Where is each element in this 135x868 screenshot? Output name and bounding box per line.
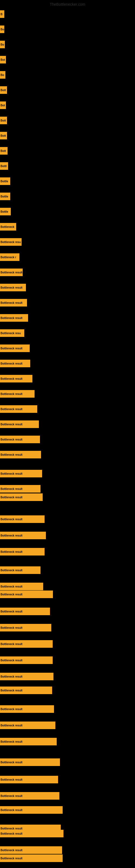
bar-row: Bottleneck result: [0, 470, 42, 477]
bar-label: Bot: [1, 104, 5, 107]
bar-label: Bo: [1, 43, 4, 46]
bar-label: Bottleneck result: [1, 689, 22, 692]
bar-row: Bottle: [0, 208, 11, 215]
bar-label: Bottleneck result: [1, 585, 22, 588]
bar-label: Bottleneck: [1, 225, 14, 228]
bar-row: Bottle: [0, 193, 10, 200]
bar-row: Bottleneck result: [0, 269, 23, 276]
bar-label: Bottleneck result: [1, 286, 22, 289]
bar-label: Bottleneck result: [1, 643, 22, 646]
bar-row: Bottleneck result: [0, 758, 60, 766]
bar-row: Bottleneck result: [0, 590, 53, 598]
bar-label: Bottleneck result: [1, 849, 22, 852]
bar-row: Bottleneck result: [0, 640, 53, 648]
bar-label: Bottleneck r: [1, 256, 16, 259]
bar-label: Bottle: [1, 195, 8, 198]
bar-label: Bottleneck result: [1, 347, 22, 350]
bar-row: Bottleneck result: [0, 344, 30, 352]
bar-row: Bottleneck result: [0, 516, 45, 523]
bar-label: Bottleneck result: [1, 795, 22, 798]
bar-row: Bot: [0, 56, 6, 63]
bar-row: Bottleneck resu: [0, 238, 21, 246]
bar-label: Bottleneck result: [1, 518, 22, 521]
bar-label: Bottleneck result: [1, 393, 22, 396]
bar-label: Bottleneck result: [1, 827, 22, 830]
bar-label: Bottleneck result: [1, 761, 22, 764]
bar-row: Bottleneck r: [0, 253, 19, 261]
bar-row: Bottleneck result: [0, 673, 53, 680]
bar-row: Bottleneck result: [0, 776, 58, 783]
bar-label: Bottleneck result: [1, 724, 22, 727]
bar-row: Bottleneck result: [0, 566, 41, 574]
bar-label: Bottleneck result: [1, 408, 22, 411]
bar-row: Bo: [0, 41, 5, 48]
bar-label: Bott: [1, 89, 6, 92]
bar-row: Bott: [0, 147, 8, 155]
bar-row: Bottleneck result: [0, 792, 59, 800]
bar-row: Bottle: [0, 177, 10, 185]
site-title: TheBottlenecker.com: [50, 2, 85, 6]
bar-label: Bottl: [1, 165, 7, 167]
bar-row: Bottleneck result: [0, 738, 57, 745]
bar-label: Bottleneck result: [1, 832, 22, 835]
bar-row: Bottleneck result: [0, 686, 52, 694]
bar-label: B: [1, 13, 2, 16]
bar-row: Bottleneck result: [0, 375, 32, 382]
bar-row: Bottleneck result: [0, 485, 41, 493]
bar-label: Bottleneck result: [1, 488, 22, 490]
bar-row: Bottleneck result: [0, 493, 43, 501]
bar-row: B: [0, 10, 4, 18]
bar-row: Bottleneck result: [0, 405, 37, 413]
bar-label: Bottleneck result: [1, 362, 22, 365]
bar-label: Bottleneck result: [1, 271, 22, 274]
bar-row: Bottleneck result: [0, 705, 54, 713]
bar-row: Bottleneck result: [0, 390, 35, 398]
bar-row: Bottleneck result: [0, 846, 62, 854]
bar-row: Bo: [0, 71, 5, 79]
bar-row: Bottleneck result: [0, 532, 46, 539]
bar-label: Bot: [1, 58, 5, 61]
bar-row: Bot: [0, 101, 6, 109]
bar-label: Bottleneck result: [1, 593, 22, 596]
bar-row: Bott: [0, 132, 7, 140]
bar-label: Bottle: [1, 180, 8, 183]
bar-label: Bottleneck result: [1, 659, 22, 662]
bar-label: Bottleneck resu: [1, 241, 21, 244]
bar-row: Bottleneck: [0, 223, 16, 230]
bar-label: Bottleneck result: [1, 472, 22, 475]
bar-row: Bottleneck result: [0, 436, 40, 443]
bar-row: Bottleneck result: [0, 806, 63, 814]
bar-label: Bottleneck result: [1, 610, 22, 613]
bar-label: Bottleneck result: [1, 740, 22, 743]
bar-row: Bottleneck result: [0, 360, 30, 367]
bar-label: Bott: [1, 119, 6, 122]
bar-row: Bottleneck result: [0, 624, 51, 631]
bar-label: Bottleneck result: [1, 809, 22, 812]
bar-label: Bottleneck result: [1, 569, 22, 572]
bar-label: Bottleneck result: [1, 550, 22, 553]
bar-row: Bottleneck result: [0, 721, 55, 729]
bar-label: Bo: [1, 73, 4, 76]
bar-row: Bott: [0, 117, 7, 124]
bar-label: Bottle: [1, 210, 8, 213]
bar-label: Bottleneck result: [1, 708, 22, 711]
bar-label: Bottleneck result: [1, 857, 22, 860]
bar-label: Bottleneck result: [1, 496, 22, 499]
bar-row: Bottleneck result: [0, 314, 28, 322]
bar-label: Bott: [1, 150, 6, 152]
bar-label: Bo: [1, 28, 4, 31]
bar-label: Bottleneck result: [1, 316, 22, 319]
bar-row: Bottleneck result: [0, 830, 63, 837]
bar-row: Bottleneck result: [0, 299, 27, 307]
bar-label: Bottleneck result: [1, 626, 22, 629]
bar-row: Bottleneck result: [0, 548, 45, 556]
bar-row: Bottleneck result: [0, 855, 63, 862]
bar-label: Bottleneck result: [1, 453, 22, 456]
bar-row: Bottleneck result: [0, 284, 26, 291]
bar-row: Bott: [0, 86, 7, 94]
bar-row: Bottleneck result: [0, 451, 41, 458]
bar-label: Bottleneck result: [1, 301, 22, 304]
bar-label: Bott: [1, 134, 6, 137]
bar-row: Bo: [0, 26, 4, 33]
bar-label: Bottleneck result: [1, 377, 22, 380]
